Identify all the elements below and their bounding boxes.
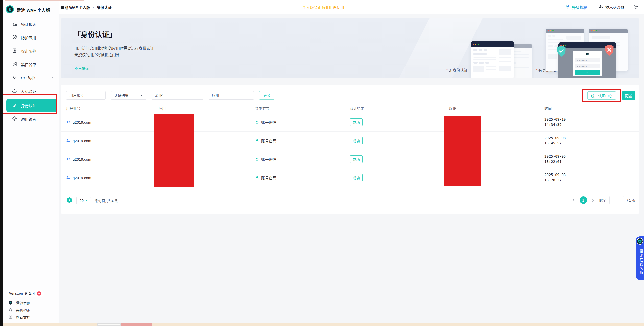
total-pages-label: / 1 页 [627,198,635,203]
robot-icon [12,88,17,94]
config-button[interactable]: 配置 [622,91,635,100]
desktop-top-edge [5,0,84,1]
time-cell: 2025-09-0513:22:01 [544,154,566,164]
help-docs-link[interactable]: 帮助文档 [8,314,30,320]
redaction-block-app-column [154,114,194,187]
shield-logo-icon [8,300,13,306]
official-site-label: 雷池官网 [16,300,30,306]
result-cell: 成功 [350,118,363,126]
account-cell: q2019.com [66,120,91,124]
purchase-consult-link[interactable]: 采购咨询 [8,307,30,313]
result-filter-select[interactable]: 认证结果 [111,91,146,100]
community-group-button[interactable]: 技术交流群 [595,3,628,11]
sidebar-item-label: CC 防护 [21,75,35,80]
sidebar-item-label: 通用设置 [21,116,36,122]
svg-text:S: S [9,7,11,12]
account-filter-input[interactable] [66,91,106,100]
brand: S 雷池 WAF 个人版 [6,5,50,15]
page-size-select[interactable]: 20 [76,197,91,204]
result-cell: 成功 [350,174,363,181]
logout-button[interactable] [631,3,640,11]
user-group-icon [66,139,70,143]
update-available-badge[interactable] [37,291,41,296]
license-warning-text: 个人版禁止商业用途使用 [302,0,344,14]
breadcrumb-root[interactable]: 雷池 WAF 个人版 [61,5,90,10]
official-site-link[interactable]: 雷池官网 [8,300,30,306]
pagination-left: 20 条每页, 共 4 条 [66,197,118,204]
app-filter-input[interactable] [209,91,254,100]
feature-intro-banner: 「身份认证」 用户访问启用此功能的应用时需要进行身份认证 无授权的用户将被拒之门… [61,18,639,78]
more-filters-button[interactable]: 更多 [259,91,274,100]
bar-chart-icon [12,21,17,27]
banner-description-line2: 无授权的用户将被拒之门外 [74,52,120,57]
account-cell: q2019.com [66,176,91,180]
current-page-button[interactable]: 1 [580,196,587,204]
top-header: 雷池 WAF 个人版 › 身份认证 个人版禁止商业用途使用 [3,0,644,14]
table-header: 用户账号 应用 登录方式 认证结果 源 IP 时间 [61,105,639,113]
auth-log-card: 认证结果 更多 统一认证中心 配置 用户账号 应用 登录方式 认证结果 源 IP… [61,85,639,214]
sidebar-item-identity-auth[interactable]: 身份认证 [6,99,57,112]
help-docs-label: 帮助文档 [16,315,30,320]
banner-title: 「身份认证」 [74,29,116,39]
login-method-cell: 账号密码 [255,138,276,143]
table-row: q2019.com 账号密码 成功 2025-09-0815:45:57 [61,132,639,150]
attack-doc-icon [12,48,17,54]
account-cell: q2019.com [66,157,91,161]
diamond-bolt-icon [565,4,570,10]
sidebar-item-cc-protection[interactable]: CC 防护 [6,73,57,83]
sidebar-item-protected-apps[interactable]: 防护应用 [6,32,57,42]
lock-icon [255,176,259,180]
table-row: q2019.com 账号密码 成功 2025-09-0513:22:01 [61,150,639,168]
shield-icon [12,35,17,40]
browser-mockup-no-auth [471,41,514,78]
no-auth-label: *无身份认证 [446,67,468,73]
asterisk: * [446,68,448,72]
username-field-mockup: ●●●●●● [575,58,600,62]
wave-icon [12,75,17,81]
app-root: 雷池 WAF 个人版 › 身份认证 个人版禁止商业用途使用 [0,0,644,326]
result-cell: 成功 [350,155,363,163]
desktop-bottom-segment-pink [121,323,152,326]
logout-icon [633,4,638,10]
success-badge: 成功 [350,137,363,144]
success-badge: 成功 [350,118,363,126]
sso-center-button[interactable]: 统一认证中心 [587,91,616,100]
purchase-consult-label: 采购咨询 [16,308,30,313]
sidebar-item-blackwhite-list[interactable]: 黑白名单 [6,59,57,69]
lock-icon [255,120,259,124]
desktop-bottom-edge [3,323,644,326]
col-header-result: 认证结果 [350,106,364,111]
time-cell: 2025-09-1014:34:39 [544,117,566,127]
header-actions: 升级授权 技术交流群 [561,3,640,11]
sidebar-item-general-settings[interactable]: 通用设置 [6,114,57,124]
banner-description-line1: 用户访问启用此功能的应用时需要进行身份认证 [74,45,154,51]
community-group-label: 技术交流群 [605,5,624,10]
customer-service-logo-icon [637,238,643,245]
desktop-bottom-segment [97,323,121,326]
customer-service-tab[interactable]: 雷池在线客服 [636,236,644,280]
login-method-cell: 账号密码 [255,157,276,162]
shield-cross-badge-icon [605,44,614,57]
sidebar-item-attack-protection[interactable]: 攻击防护 [6,46,57,56]
chevron-right-icon [51,76,54,80]
sidebar-item-label: 防护应用 [21,35,36,40]
sidebar-item-captcha[interactable]: 人机验证 [6,86,57,96]
source-ip-filter-input[interactable] [152,91,203,100]
dismiss-banner-link[interactable]: 不再提示 [74,66,89,71]
breadcrumb-current: 身份认证 [97,5,112,10]
brand-logo-icon: S [6,5,14,15]
login-card-mockup: ●●●●●● ●●●●●● [573,51,602,76]
sidebar-item-label: 黑白名单 [21,62,36,67]
hexagon-bolt-icon[interactable] [66,197,73,204]
sidebar-item-stats[interactable]: 统计报表 [6,19,57,29]
jump-to-page-input[interactable] [609,196,624,204]
col-header-source-ip: 源 IP [448,106,456,111]
chevron-down-icon [140,95,143,96]
prev-page-button[interactable] [570,197,577,203]
user-group-icon [66,120,70,124]
next-page-button[interactable] [590,197,596,203]
upgrade-license-button[interactable]: 升级授权 [561,3,591,11]
col-header-app: 应用 [159,106,166,111]
redaction-block-source-ip-column [444,116,481,186]
sidebar-item-label: 统计报表 [21,21,36,27]
